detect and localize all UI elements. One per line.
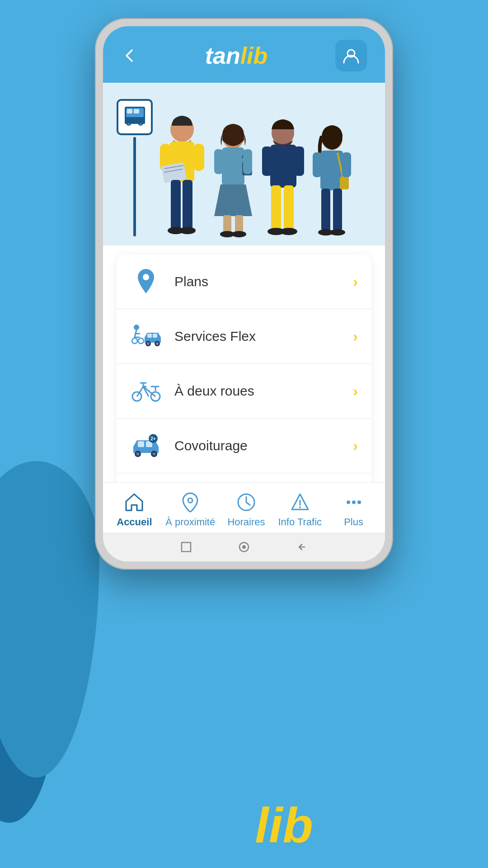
svg-rect-25 xyxy=(214,149,223,174)
svg-rect-27 xyxy=(223,215,231,233)
svg-point-75 xyxy=(188,498,192,503)
svg-rect-82 xyxy=(182,542,191,552)
android-back-btn[interactable] xyxy=(296,541,308,553)
menu-services-flex-label: Services Flex xyxy=(174,329,340,344)
nav-item-info-trafic[interactable]: Info Trafic xyxy=(277,491,323,528)
svg-rect-35 xyxy=(271,185,281,231)
menu-item-contact[interactable]: Contact › xyxy=(117,473,371,482)
more-icon xyxy=(343,491,365,514)
proximity-icon xyxy=(179,491,202,514)
svg-point-67 xyxy=(136,453,140,456)
person2-illustration xyxy=(211,121,256,239)
android-home-btn[interactable] xyxy=(238,541,250,553)
svg-rect-9 xyxy=(125,118,145,124)
svg-point-51 xyxy=(132,338,137,344)
covoiturage-chevron: › xyxy=(353,438,358,454)
people-illustration xyxy=(157,112,353,239)
svg-point-58 xyxy=(156,342,159,345)
deux-roues-chevron: › xyxy=(353,383,358,400)
bottom-navigation: Accueil À proximité xyxy=(103,482,385,533)
svg-rect-46 xyxy=(333,189,342,231)
bottom-logo-lib: lib xyxy=(255,796,313,854)
bottom-logo-tan: tan xyxy=(175,792,252,854)
wheelchair-car-icon xyxy=(130,323,162,350)
warning-icon xyxy=(289,491,311,514)
svg-rect-64 xyxy=(138,441,144,447)
svg-point-81 xyxy=(357,500,361,504)
logo-tan-text: tan xyxy=(205,42,240,69)
hero-illustration-section xyxy=(103,83,385,245)
svg-point-52 xyxy=(138,338,144,344)
svg-point-79 xyxy=(347,500,350,504)
location-pin-icon xyxy=(130,268,162,295)
svg-rect-18 xyxy=(183,180,192,230)
svg-rect-26 xyxy=(243,149,252,174)
phone-frame: tanlib xyxy=(95,18,393,570)
home-icon xyxy=(123,491,145,514)
svg-point-80 xyxy=(352,500,356,504)
bus-sign xyxy=(117,99,153,135)
menu-covoiturage-label: Covoiturage xyxy=(174,438,340,453)
logo-lib-text: lib xyxy=(240,42,268,69)
back-button[interactable] xyxy=(121,47,137,64)
svg-point-50 xyxy=(134,325,139,330)
menu-item-covoiturage[interactable]: 2+ Covoiturage › xyxy=(117,419,371,473)
nav-accueil-label: Accueil xyxy=(117,516,152,528)
svg-rect-28 xyxy=(235,215,243,233)
svg-point-38 xyxy=(280,228,297,235)
svg-rect-3 xyxy=(127,109,132,113)
menu-section: Plans › xyxy=(103,245,385,482)
nav-info-trafic-label: Info Trafic xyxy=(278,516,322,528)
plans-chevron: › xyxy=(353,274,358,290)
nav-plus-label: Plus xyxy=(344,516,363,528)
svg-rect-13 xyxy=(193,144,204,171)
menu-item-deux-roues[interactable]: À deux roues › xyxy=(117,364,371,419)
phone-screen: tanlib xyxy=(103,26,385,561)
nav-item-accueil[interactable]: Accueil xyxy=(112,491,157,528)
app-header: tanlib xyxy=(103,26,385,83)
bg-decorative-shape-left xyxy=(0,461,99,778)
nav-item-plus[interactable]: Plus xyxy=(331,491,376,528)
android-navbar xyxy=(103,533,385,561)
person3-illustration xyxy=(259,117,307,239)
app-logo: tanlib xyxy=(205,42,268,69)
menu-item-plans[interactable]: Plans › xyxy=(117,255,371,309)
phone-device: tanlib xyxy=(95,18,393,570)
svg-rect-34 xyxy=(294,146,304,176)
person1-illustration xyxy=(157,112,207,239)
svg-rect-42 xyxy=(340,177,349,189)
bicycle-icon xyxy=(130,377,162,405)
svg-rect-32 xyxy=(270,145,296,188)
svg-point-78 xyxy=(299,506,301,508)
svg-rect-17 xyxy=(171,180,181,230)
nav-proximite-label: À proximité xyxy=(165,516,215,528)
menu-deux-roues-label: À deux roues xyxy=(174,383,340,399)
svg-rect-54 xyxy=(153,334,157,338)
nav-item-proximite[interactable]: À proximité xyxy=(165,491,215,528)
services-flex-chevron: › xyxy=(353,328,358,345)
person4-illustration xyxy=(310,123,353,239)
menu-item-services-flex[interactable]: Services Flex › xyxy=(117,309,371,364)
svg-rect-43 xyxy=(313,152,322,177)
svg-point-48 xyxy=(330,229,345,236)
svg-point-69 xyxy=(153,453,156,456)
svg-rect-4 xyxy=(134,109,139,113)
svg-point-49 xyxy=(143,274,149,280)
svg-rect-53 xyxy=(147,334,152,338)
menu-card: Plans › xyxy=(117,255,371,482)
svg-rect-22 xyxy=(222,147,244,186)
svg-point-84 xyxy=(242,545,246,549)
carpool-icon: 2+ xyxy=(130,432,162,459)
svg-point-20 xyxy=(179,227,196,234)
bus-stop-pole xyxy=(133,137,136,236)
svg-rect-33 xyxy=(262,146,272,176)
menu-plans-label: Plans xyxy=(174,274,340,289)
user-profile-button[interactable] xyxy=(335,40,367,71)
svg-point-56 xyxy=(147,342,150,345)
nav-horaires-label: Horaires xyxy=(227,516,265,528)
svg-text:2+: 2+ xyxy=(150,436,156,441)
android-square-btn[interactable] xyxy=(180,541,192,553)
svg-rect-45 xyxy=(321,189,330,231)
nav-item-horaires[interactable]: Horaires xyxy=(224,491,269,528)
bottom-logo: tanlib xyxy=(175,792,313,854)
